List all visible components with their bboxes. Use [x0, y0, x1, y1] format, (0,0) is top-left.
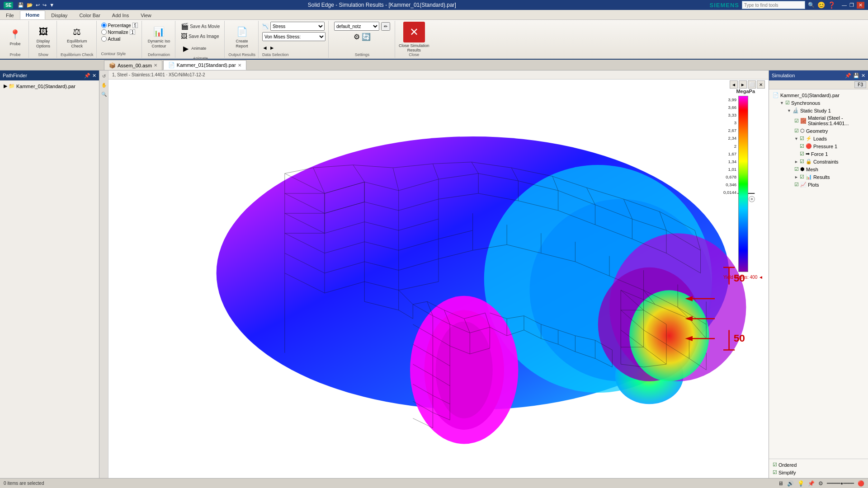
contour-group-label: Contour Style — [101, 52, 138, 56]
pf-item-kammer[interactable]: ▶ 📁 Kammer_01(Standard).par — [2, 82, 97, 90]
sim-tree-mesh[interactable]: ☑ ⬢ Mesh — [793, 165, 866, 173]
sim-simplify-item[interactable]: ☑ Simplify — [771, 469, 866, 476]
tab-add-ins[interactable]: Add Ins — [106, 11, 135, 19]
tabs-bar: 📦 Assem_00.asm ✕ 📄 Kammer_01(Standard).p… — [0, 60, 868, 70]
tab-kammer-close[interactable]: ✕ — [238, 63, 241, 68]
tab-assem-close[interactable]: ✕ — [154, 63, 157, 68]
create-report-label: CreateReport — [236, 39, 248, 49]
help-icon[interactable]: ❓ — [828, 1, 835, 9]
sim-tree-force[interactable]: ☑ ➡ Force 1 — [798, 150, 866, 158]
quick-open-icon[interactable]: 📂 — [27, 2, 33, 8]
nav-prev-btn[interactable]: ◄ — [730, 80, 738, 89]
profile-select[interactable]: default_notz — [334, 22, 379, 31]
save-as-image-button[interactable]: 🖼 Save As Image — [179, 32, 221, 41]
tab-kammer-label: Kammer_01(Standard).par — [177, 62, 236, 68]
sim-tree-loads[interactable]: ▼ ☑ ⚡ Loads — [793, 135, 866, 142]
find-tools-input[interactable] — [742, 1, 805, 9]
nav-close-btn[interactable]: ✕ — [757, 80, 765, 89]
tab-file[interactable]: File — [0, 11, 20, 19]
search-icon[interactable]: 🔍 — [808, 2, 815, 8]
sim-tree-constraints[interactable]: ► ☑ 🔒 Constraints — [793, 158, 866, 165]
sim-tree-synchronous[interactable]: ▼ ☑ Synchronous — [778, 99, 866, 107]
sim-tree-pressure[interactable]: ☑ 🔴 Pressure 1 — [798, 142, 866, 150]
status-icon-6[interactable]: 🔴 — [858, 480, 864, 487]
next-result-btn[interactable]: ► — [269, 45, 275, 51]
normalize-radio[interactable] — [101, 29, 107, 35]
settings-icons-row: ⚙ 🔄 — [354, 33, 371, 41]
close-simulation-button[interactable]: ✕ — [403, 22, 425, 42]
simulation-title: Simulation — [772, 73, 795, 78]
eq-group-label: Equilibrium Check — [61, 52, 94, 57]
redo-icon[interactable]: ↪ — [42, 2, 47, 8]
tab-assem[interactable]: 📦 Assem_00.asm ✕ — [104, 60, 162, 70]
save-as-movie-button[interactable]: 🎬 Save As Movie — [179, 22, 222, 31]
dynamic-iso-icon: 📊 — [151, 24, 166, 39]
settings-icon1[interactable]: ⚙ — [354, 33, 360, 41]
sim-tree-material[interactable]: ☑ 🧱 Material (Steel - Stainless:1.4401..… — [793, 114, 866, 127]
results-icon: 📊 — [806, 174, 812, 180]
kammer-file-icon: 📄 — [773, 92, 779, 98]
eq-check-button[interactable]: ⚖ EquilibriumCheck — [65, 23, 90, 50]
smiley-icon[interactable]: 😊 — [817, 1, 825, 9]
viewport: ↺ ✋ 🔍 1, Steel - Stainless:1.4401 · X5Cr… — [99, 70, 769, 478]
mesh-label: Mesh — [806, 167, 818, 172]
undo-icon[interactable]: ↩ — [36, 2, 40, 8]
von-mises-select[interactable]: Von Mises Stress: Max Principal Min Prin… — [262, 32, 326, 41]
rotate-tool[interactable]: ↺ — [100, 72, 108, 80]
percentage-input[interactable] — [132, 23, 138, 28]
sim-tree-kammer[interactable]: 📄 Kammer_01(Standard).par — [771, 91, 866, 99]
scale-val-6: 2,34 — [728, 134, 737, 142]
status-icon-4[interactable]: 📌 — [808, 480, 815, 487]
sim-tree-plots[interactable]: ☑ 📈 Plots — [793, 181, 866, 188]
sim-save-icon[interactable]: 💾 — [853, 73, 859, 79]
display-options-icon: 🖼 — [36, 24, 51, 39]
svg-point-11 — [436, 322, 493, 418]
normalize-input[interactable] — [130, 29, 135, 35]
display-options-button[interactable]: 🖼 DisplayOptions — [33, 23, 53, 50]
pathfinder-close-icon[interactable]: ✕ — [92, 73, 96, 79]
percentage-radio[interactable] — [101, 23, 107, 28]
zoom-tool[interactable]: 🔍 — [100, 90, 108, 98]
tab-display[interactable]: Display — [45, 11, 73, 19]
sim-panel-close-icon[interactable]: ✕ — [861, 73, 865, 79]
status-icon-5[interactable]: ⚙ — [818, 480, 823, 487]
svg-point-8 — [629, 290, 709, 381]
profile-edit-btn[interactable]: ✏ — [381, 22, 390, 31]
nav-expand-btn[interactable]: ⬜ — [748, 80, 756, 89]
stress-select[interactable]: Stress Displacement Strain — [270, 22, 325, 31]
pan-tool[interactable]: ✋ — [100, 81, 108, 89]
sim-ordered-item[interactable]: ☑ Ordered — [771, 461, 866, 469]
quick-save-icon[interactable]: 💾 — [18, 2, 24, 8]
ribbon-group-dynamic: 📊 Dynamic IsoContour Deformation — [143, 21, 176, 58]
constraints-checkbox: ☑ — [800, 159, 804, 164]
sim-tree-results[interactable]: ► ☑ 📊 Results — [793, 173, 866, 181]
status-icon-2[interactable]: 🔊 — [787, 480, 794, 487]
status-icon-3[interactable]: 💡 — [797, 480, 804, 487]
sim-pin-icon[interactable]: 📌 — [845, 73, 851, 79]
tab-home[interactable]: Home — [20, 10, 46, 19]
prev-result-btn[interactable]: ◄ — [262, 45, 268, 51]
nav-next-btn[interactable]: ► — [739, 80, 747, 89]
tab-view[interactable]: View — [135, 11, 157, 19]
probe-button[interactable]: 📍 Probe — [5, 26, 25, 48]
win-close-btn[interactable]: ✕ — [857, 2, 864, 9]
quick-settings-icon[interactable]: ▼ — [49, 2, 54, 8]
sim-tree-geometry[interactable]: ☑ ⬡ Geometry — [793, 127, 866, 135]
win-restore-btn[interactable]: ❐ — [849, 2, 854, 8]
actual-radio[interactable] — [101, 36, 107, 42]
plots-checkbox: ☑ — [794, 182, 799, 188]
pathfinder-pin-icon[interactable]: 📌 — [84, 73, 90, 79]
display-options-label: DisplayOptions — [36, 39, 50, 49]
dynamic-iso-button[interactable]: 📊 Dynamic IsoContour — [146, 23, 173, 50]
win-minimize-btn[interactable]: — — [842, 2, 847, 8]
settings-icon2[interactable]: 🔄 — [362, 33, 371, 41]
sim-tree-static-study[interactable]: ▼ 🔬 Static Study 1 — [785, 107, 866, 114]
material-checkbox: ☑ — [794, 118, 799, 124]
tab-kammer[interactable]: 📄 Kammer_01(Standard).par ✕ — [163, 60, 246, 70]
settings-profile-row: default_notz ✏ — [334, 22, 390, 31]
animate-button[interactable]: ▶ Animate — [179, 42, 208, 55]
status-icon-1[interactable]: 🖥 — [778, 480, 783, 487]
tab-color-bar[interactable]: Color Bar — [73, 11, 106, 19]
f3-button[interactable]: F3 — [854, 81, 866, 88]
create-report-button[interactable]: 📄 CreateReport — [232, 23, 252, 50]
